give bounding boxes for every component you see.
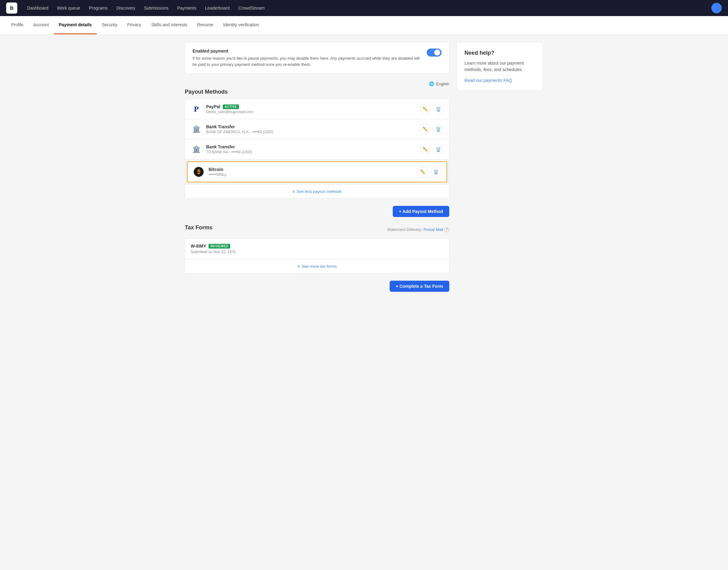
bank2-info: Bank Transfer TD BANK NA - ••••56 (USD) [206, 145, 420, 154]
paypal-delete-button[interactable]: 🗑️ [433, 104, 443, 114]
language-label[interactable]: English [436, 82, 449, 86]
bank1-delete-button[interactable]: 🗑️ [433, 124, 443, 134]
bank2-sub: TD BANK NA - ••••56 (USD) [206, 150, 420, 154]
logo[interactable]: b [6, 2, 17, 14]
paypal-edit-button[interactable]: ✏️ [420, 104, 430, 114]
enabled-payment-description: If for some reason you'd like to pause p… [193, 55, 422, 67]
see-more-row: ∨ See more tax forms [185, 259, 449, 273]
nav-item-programs[interactable]: Programs [85, 4, 111, 12]
complete-tax-row: + Complete a Tax Form [185, 281, 449, 292]
bitcoin-sub: ••••••WNLy [209, 173, 417, 177]
nav-item-crowdstream[interactable]: CrowdStream [235, 4, 269, 12]
bank1-info: Bank Transfer BANK OF AMERICA, N.A. - ••… [206, 124, 420, 134]
user-avatar[interactable] [711, 3, 722, 13]
see-less-link[interactable]: ∧ See less payout methods [292, 189, 342, 194]
bank2-name: Bank Transfer [206, 145, 420, 149]
payout-methods-title: Payout Methods [185, 89, 449, 95]
add-payout-button[interactable]: + Add Payout Method [393, 206, 449, 217]
enabled-payment-card: Enabled payment If for some reason you'd… [185, 42, 449, 74]
nav-item-leaderboard[interactable]: Leaderboard [202, 4, 233, 12]
payout-methods-section: 🌐 English Payout Methods 𝐏 PayPal ACTIVE [185, 81, 449, 217]
page-content: Enabled payment If for some reason you'd… [178, 42, 550, 292]
help-faq-link[interactable]: Read our payments FAQ [464, 78, 512, 83]
tab-account[interactable]: Account [28, 16, 54, 34]
tab-payment-details[interactable]: Payment details [54, 16, 97, 34]
language-row: 🌐 English [185, 81, 449, 86]
statement-delivery-label: Statement Delivery: [387, 227, 422, 232]
bitcoin-edit-button[interactable]: ✏️ [417, 167, 428, 177]
see-less-row: ∧ See less payout methods [185, 184, 449, 198]
bitcoin-name: Bitcoin [209, 167, 417, 172]
see-more-link[interactable]: ∨ See more tax forms [297, 264, 337, 269]
paypal-icon: 𝐏 [191, 103, 202, 115]
bank2-delete-button[interactable]: 🗑️ [433, 144, 443, 155]
tab-privacy[interactable]: Privacy [122, 16, 146, 34]
nav-item-dashboard[interactable]: Dashboard [23, 4, 52, 12]
help-card: Need help? Learn more about our payment … [457, 42, 543, 90]
tax-form-sub: Submitted on Nov 22, 1978 [191, 250, 443, 254]
paypal-active-badge: ACTIVE [223, 104, 239, 109]
tab-identity[interactable]: Identity verification [218, 16, 264, 34]
tax-forms-section: Tax Forms Statement Delivery: Postal Mai… [185, 224, 449, 292]
tax-row-w8imy: W-8IMY REVIEWED Submitted on Nov 22, 197… [185, 239, 449, 259]
language-icon: 🌐 [429, 81, 434, 86]
tax-forms-title: Tax Forms [185, 224, 213, 231]
paypal-sub: Demo_user@bugcrowd.com [206, 110, 420, 114]
tax-form-name: W-8IMY REVIEWED [191, 244, 443, 249]
statement-delivery-value[interactable]: Postal Mail [423, 227, 443, 232]
sub-navigation: Profile Account Payment details Security… [0, 16, 728, 35]
tab-skills[interactable]: Skills and interests [146, 16, 192, 34]
payout-row-bitcoin: ₿ Bitcoin ••••••WNLy ✏️ 🗑️ [188, 162, 446, 182]
statement-delivery-help-icon[interactable]: ? [444, 227, 449, 232]
paypal-actions: ✏️ 🗑️ [420, 104, 443, 114]
nav-item-workqueue[interactable]: Work queue [53, 4, 84, 12]
top-navigation: b Dashboard Work queue Programs Discover… [0, 0, 728, 16]
statement-delivery: Statement Delivery: Postal Mail ? [387, 227, 449, 232]
complete-tax-button[interactable]: + Complete a Tax Form [390, 281, 449, 292]
payout-row-bank1: 🏛️ Bank Transfer BANK OF AMERICA, N.A. -… [185, 119, 449, 139]
bank1-icon: 🏛️ [191, 123, 202, 135]
tax-forms-card: W-8IMY REVIEWED Submitted on Nov 22, 197… [185, 238, 449, 273]
payout-row-paypal: 𝐏 PayPal ACTIVE Demo_user@bugcrowd.com ✏… [185, 99, 449, 119]
bank1-sub: BANK OF AMERICA, N.A. - ••••63 (USD) [206, 130, 420, 134]
add-payout-row: + Add Payout Method [185, 206, 449, 217]
bank1-edit-button[interactable]: ✏️ [420, 124, 430, 134]
main-column: Enabled payment If for some reason you'd… [185, 42, 449, 292]
bank2-icon: 🏛️ [191, 144, 202, 155]
bank2-actions: ✏️ 🗑️ [420, 144, 443, 155]
bitcoin-info: Bitcoin ••••••WNLy [209, 167, 417, 177]
tab-resume[interactable]: Resume [192, 16, 218, 34]
payment-toggle[interactable] [427, 48, 441, 57]
help-title: Need help? [464, 50, 535, 56]
bitcoin-icon: ₿ [193, 166, 204, 178]
enabled-payment-label: Enabled payment [193, 48, 422, 53]
payout-methods-card: 𝐏 PayPal ACTIVE Demo_user@bugcrowd.com ✏… [185, 99, 449, 199]
bank2-edit-button[interactable]: ✏️ [420, 144, 430, 155]
tab-security[interactable]: Security [97, 16, 122, 34]
bank1-actions: ✏️ 🗑️ [420, 124, 443, 134]
paypal-info: PayPal ACTIVE Demo_user@bugcrowd.com [206, 104, 420, 114]
tab-profile[interactable]: Profile [6, 16, 28, 34]
tax-reviewed-badge: REVIEWED [209, 244, 230, 249]
nav-item-submissions[interactable]: Submissions [140, 4, 172, 12]
help-description: Learn more about our payment methods, fe… [464, 60, 535, 73]
enabled-payment-text: Enabled payment If for some reason you'd… [193, 48, 422, 67]
bitcoin-delete-button[interactable]: 🗑️ [430, 167, 441, 177]
payout-row-bitcoin-wrapper: ₿ Bitcoin ••••••WNLy ✏️ 🗑️ [187, 162, 447, 182]
bitcoin-actions: ✏️ 🗑️ [417, 167, 441, 177]
paypal-name: PayPal ACTIVE [206, 104, 420, 109]
payout-row-bank2: 🏛️ Bank Transfer TD BANK NA - ••••56 (US… [185, 139, 449, 160]
nav-item-payments[interactable]: Payments [173, 4, 200, 12]
nav-item-discovery[interactable]: Discovery [112, 4, 139, 12]
bank1-name: Bank Transfer [206, 124, 420, 129]
tax-section-header: Tax Forms Statement Delivery: Postal Mai… [185, 224, 449, 235]
side-column: Need help? Learn more about our payment … [457, 42, 543, 292]
